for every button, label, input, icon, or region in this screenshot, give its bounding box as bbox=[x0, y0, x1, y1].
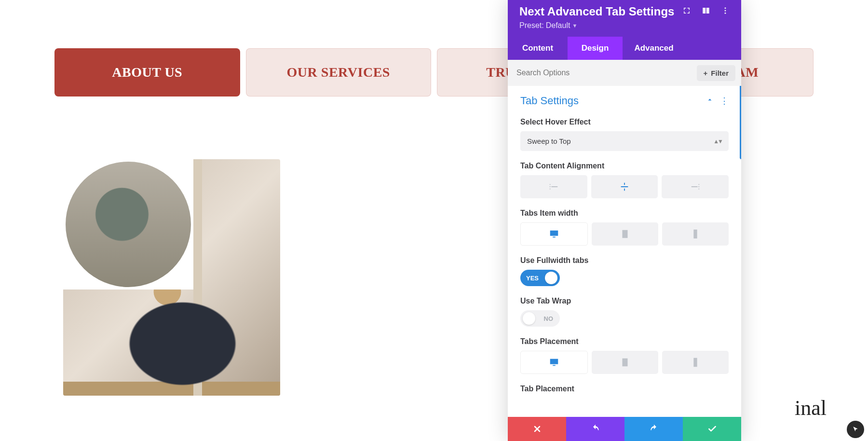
select-chevron-icon: ▲▼ bbox=[713, 138, 722, 145]
plus-icon: + bbox=[704, 69, 708, 77]
section-header[interactable]: Tab Settings ⋮ bbox=[520, 95, 729, 107]
field-tab-placement: Tab Placement bbox=[520, 385, 729, 393]
hover-effect-select[interactable]: Sweep to Top ▲▼ bbox=[520, 131, 729, 151]
device-tablet-button[interactable] bbox=[592, 351, 658, 374]
cursor-badge[interactable] bbox=[847, 421, 864, 438]
content-image-inset bbox=[63, 159, 193, 289]
field-hover-effect: Select Hover Effect Sweep to Top ▲▼ bbox=[520, 118, 729, 151]
background-text-fragment: inal bbox=[795, 396, 827, 420]
align-left-button[interactable] bbox=[520, 175, 587, 198]
filter-label: Filter bbox=[711, 69, 729, 77]
field-tab-wrap: Use Tab Wrap NO bbox=[520, 297, 729, 327]
field-fullwidth: Use Fullwidth tabs YES bbox=[520, 256, 729, 286]
align-center-button[interactable] bbox=[591, 175, 658, 198]
search-row: + Filter bbox=[508, 60, 741, 86]
field-label: Tab Content Alignment bbox=[520, 162, 729, 170]
columns-icon[interactable] bbox=[702, 6, 710, 17]
panel-title: Next Advanced Tab Settings bbox=[519, 5, 674, 18]
tab-wrap-toggle[interactable]: NO bbox=[520, 310, 560, 327]
panel-tab-advanced[interactable]: Advanced bbox=[623, 37, 685, 60]
page-tab-our-services[interactable]: OUR SERVICES bbox=[246, 48, 432, 96]
field-tabs-placement: Tabs Placement bbox=[520, 337, 729, 374]
section-kebab-icon[interactable]: ⋮ bbox=[720, 96, 729, 105]
svg-point-2 bbox=[725, 13, 726, 14]
settings-panel: Next Advanced Tab Settings Preset: Defau… bbox=[508, 0, 741, 441]
caret-down-icon: ▼ bbox=[572, 23, 577, 28]
panel-header: Next Advanced Tab Settings Preset: Defau… bbox=[508, 0, 741, 37]
toggle-off-text: NO bbox=[544, 315, 554, 322]
panel-footer bbox=[508, 417, 741, 441]
undo-button[interactable] bbox=[566, 417, 624, 441]
device-desktop-button[interactable] bbox=[520, 351, 588, 374]
field-label: Select Hover Effect bbox=[520, 118, 729, 126]
preset-label: Preset: bbox=[519, 21, 544, 30]
panel-tab-content[interactable]: Content bbox=[508, 37, 568, 60]
toggle-knob bbox=[545, 272, 557, 284]
chevron-up-icon[interactable] bbox=[706, 96, 713, 105]
cancel-button[interactable] bbox=[508, 417, 566, 441]
field-label: Use Tab Wrap bbox=[520, 297, 729, 305]
expand-icon[interactable] bbox=[682, 6, 691, 17]
field-label: Tabs Placement bbox=[520, 337, 729, 346]
filter-button[interactable]: + Filter bbox=[697, 65, 735, 81]
toggle-knob bbox=[523, 312, 535, 325]
device-phone-button[interactable] bbox=[662, 222, 729, 246]
panel-body: Tab Settings ⋮ Select Hover Effect Sweep… bbox=[508, 86, 741, 417]
toggle-on-text: YES bbox=[526, 275, 539, 282]
field-label: Tab Placement bbox=[520, 385, 729, 393]
page-tab-about-us[interactable]: ABOUT US bbox=[54, 48, 240, 96]
preset-value: Default bbox=[546, 21, 570, 30]
search-input[interactable] bbox=[514, 65, 697, 81]
panel-tab-design[interactable]: Design bbox=[568, 37, 623, 60]
panel-tab-bar: Content Design Advanced bbox=[508, 37, 741, 60]
select-value: Sweep to Top bbox=[527, 137, 571, 145]
device-desktop-button[interactable] bbox=[520, 222, 588, 246]
section-title: Tab Settings bbox=[520, 95, 579, 107]
field-content-alignment: Tab Content Alignment bbox=[520, 162, 729, 198]
field-label: Use Fullwidth tabs bbox=[520, 256, 729, 265]
field-label: Tabs Item width bbox=[520, 209, 729, 218]
svg-point-0 bbox=[725, 7, 726, 9]
svg-point-1 bbox=[725, 10, 726, 12]
preset-selector[interactable]: Preset: Default ▼ bbox=[519, 21, 730, 30]
align-right-button[interactable] bbox=[662, 175, 729, 198]
fullwidth-toggle[interactable]: YES bbox=[520, 270, 560, 286]
save-button[interactable] bbox=[683, 417, 741, 441]
device-tablet-button[interactable] bbox=[592, 222, 658, 246]
kebab-menu-icon[interactable] bbox=[721, 6, 730, 17]
redo-button[interactable] bbox=[624, 417, 683, 441]
device-phone-button[interactable] bbox=[662, 351, 729, 374]
field-item-width: Tabs Item width bbox=[520, 209, 729, 246]
